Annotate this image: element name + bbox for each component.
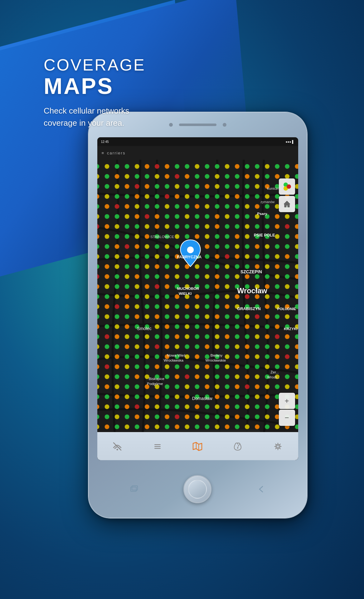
phone-bottom-hardware	[89, 460, 307, 518]
svg-point-456	[235, 374, 239, 379]
svg-point-49	[154, 184, 159, 189]
svg-point-258	[144, 284, 149, 289]
svg-text:Domasław: Domasław	[192, 396, 212, 401]
svg-point-439	[275, 364, 279, 369]
svg-point-174	[144, 244, 149, 249]
svg-point-118	[215, 214, 219, 219]
svg-point-26	[134, 174, 139, 179]
svg-point-72	[175, 194, 179, 199]
svg-point-370	[215, 334, 219, 339]
svg-point-119	[225, 214, 229, 219]
svg-point-39	[265, 174, 269, 179]
svg-point-237	[144, 274, 149, 279]
svg-point-202	[215, 254, 219, 259]
svg-point-457	[245, 374, 249, 379]
svg-point-467	[134, 384, 139, 389]
svg-point-115	[185, 214, 189, 219]
svg-point-492	[175, 394, 179, 399]
svg-point-284	[195, 294, 199, 299]
svg-point-143	[255, 224, 259, 229]
svg-point-360	[114, 334, 119, 339]
nav-settings-icon[interactable]	[270, 439, 286, 454]
svg-point-539	[225, 414, 229, 419]
svg-point-321	[144, 314, 149, 319]
nav-menu-icon[interactable]	[150, 439, 165, 454]
svg-text:FABRYCZNA: FABRYCZNA	[177, 255, 201, 259]
svg-point-648	[116, 449, 118, 450]
svg-point-139	[215, 224, 219, 229]
nav-map-icon[interactable]	[190, 439, 205, 454]
svg-point-6	[144, 164, 149, 169]
svg-point-213	[114, 264, 119, 269]
home-location-btn[interactable]	[279, 196, 295, 212]
svg-point-110	[134, 214, 139, 219]
svg-text:Wrocław: Wrocław	[237, 287, 267, 295]
svg-point-476	[225, 384, 229, 389]
svg-point-384	[144, 344, 149, 349]
carrier-bar: ≡ carriers	[97, 146, 298, 160]
svg-point-24	[114, 174, 119, 179]
svg-point-160	[215, 234, 219, 239]
svg-point-531	[144, 414, 149, 419]
svg-point-372	[235, 334, 239, 339]
svg-point-240	[175, 274, 179, 279]
zoom-in-btn[interactable]: +	[279, 393, 295, 409]
back-btn[interactable]	[256, 485, 266, 494]
svg-point-113	[165, 214, 169, 219]
svg-point-29	[165, 174, 169, 179]
svg-point-340	[124, 324, 129, 329]
svg-point-203	[225, 254, 229, 259]
svg-point-46	[124, 184, 129, 189]
svg-point-429	[175, 364, 179, 369]
svg-text:zymanów: zymanów	[260, 200, 274, 204]
svg-point-506	[104, 404, 109, 409]
carrier-text: ≡	[102, 151, 105, 155]
svg-point-509	[134, 404, 139, 409]
nav-speed-icon[interactable]	[230, 439, 245, 454]
zoom-out-btn[interactable]: −	[279, 410, 295, 426]
svg-point-135	[175, 224, 179, 229]
svg-point-348	[205, 324, 209, 329]
svg-point-418	[275, 354, 279, 359]
recent-apps-btn[interactable]	[129, 485, 139, 494]
svg-point-508	[124, 404, 129, 409]
signal-indicator-btn[interactable]	[279, 178, 295, 195]
svg-point-426	[144, 364, 149, 369]
svg-point-291	[265, 294, 269, 299]
svg-point-99	[235, 204, 239, 209]
svg-point-292	[275, 294, 279, 299]
svg-text:PSIE POLE: PSIE POLE	[254, 233, 275, 237]
svg-point-323	[165, 314, 169, 319]
svg-point-451	[185, 374, 189, 379]
svg-point-307	[215, 304, 219, 309]
svg-point-435	[235, 364, 239, 369]
nav-signal-icon[interactable]	[109, 439, 125, 454]
svg-point-138	[205, 224, 209, 229]
svg-point-297	[114, 304, 119, 309]
svg-point-20	[285, 164, 289, 169]
svg-point-15	[235, 164, 239, 169]
svg-point-86	[104, 204, 109, 209]
map-area[interactable]: kuniczno zymanów Psary STABLOWICE PSIE P…	[97, 160, 298, 460]
svg-point-75	[205, 194, 209, 199]
svg-point-557	[195, 425, 199, 429]
svg-point-219	[175, 264, 179, 269]
svg-rect-651	[154, 446, 161, 447]
svg-point-376	[275, 334, 279, 339]
svg-point-2	[104, 164, 109, 169]
svg-point-47	[134, 184, 139, 189]
svg-text:SZCZEPIN: SZCZEPIN	[240, 269, 262, 274]
svg-text:Podgórne: Podgórne	[147, 382, 163, 386]
svg-point-245	[225, 274, 229, 279]
svg-point-430	[185, 364, 189, 369]
svg-point-208	[275, 254, 279, 259]
carriers-label: carriers	[107, 151, 125, 155]
home-button[interactable]	[183, 475, 211, 503]
svg-point-512	[165, 404, 169, 409]
svg-point-414	[235, 354, 239, 359]
status-signal: ●●● ▌	[286, 140, 294, 144]
svg-text:Nowa Wieś: Nowa Wieś	[167, 353, 186, 357]
svg-point-35	[225, 174, 229, 179]
svg-point-543	[265, 414, 269, 419]
earpiece-speaker	[179, 124, 216, 126]
